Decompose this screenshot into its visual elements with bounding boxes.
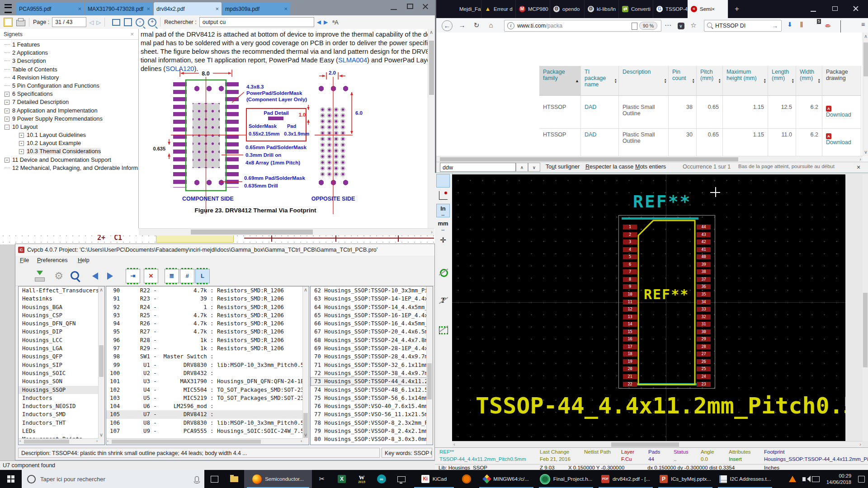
cursor-shape-icon[interactable]: ✛ xyxy=(436,234,450,247)
volume-icon[interactable] xyxy=(802,477,806,481)
taskbar-button-atom[interactable]: Final_Project.h... xyxy=(536,470,596,488)
configure-icon[interactable]: ⚙ xyxy=(52,269,66,283)
page-info-icon[interactable]: i xyxy=(507,22,514,29)
component-item[interactable]: 92 R24 - 1 : Resistors_SMD:R_1206 xyxy=(106,303,309,311)
library-icon[interactable]: ⫼ xyxy=(797,21,806,28)
taskbar-button-orange[interactable] xyxy=(457,470,476,488)
find-next-button[interactable]: ∨ xyxy=(528,163,540,172)
footprint-item[interactable]: 74 Housings_SSOP:TSSOP-48_6.1x12.5mm xyxy=(311,386,433,394)
close-icon[interactable]: × xyxy=(857,164,860,171)
column-header[interactable]: Width (mm)▲▼ xyxy=(796,66,822,96)
taskbar-button-snip[interactable]: ✂ xyxy=(312,470,332,488)
package-name-link[interactable]: DAD xyxy=(585,104,596,110)
library-item[interactable]: Inductors_NEOSID xyxy=(19,402,104,410)
bookmark-item[interactable]: 3 Description xyxy=(0,57,138,65)
download-link[interactable]: Download xyxy=(826,139,851,145)
browser-tab[interactable]: ⇄Converti xyxy=(619,0,653,18)
match-case-icon[interactable]: ªA xyxy=(332,19,338,26)
delete-associations-icon[interactable]: ✕ xyxy=(144,269,158,283)
scrollbar-thumb[interactable] xyxy=(429,41,434,95)
browser-tab[interactable]: tiSemi × xyxy=(688,0,728,18)
print-icon[interactable] xyxy=(16,20,25,26)
expand-icon[interactable]: + xyxy=(5,158,9,163)
browser-tab[interactable]: ʘkl-libs/In xyxy=(585,0,619,18)
zoom-out-icon[interactable]: - xyxy=(136,18,144,27)
open-file-icon[interactable] xyxy=(4,18,13,27)
library-item[interactable]: Hall-Effect_Transducers_I xyxy=(19,286,104,295)
vlc-tray-icon[interactable] xyxy=(789,476,796,482)
column-header[interactable]: Description▲▼ xyxy=(619,66,669,96)
library-item[interactable]: Housings_BGA xyxy=(19,303,104,311)
page-actions-icon[interactable]: ⋯ xyxy=(663,20,673,30)
close-icon[interactable]: × xyxy=(130,31,134,38)
taskbar-button-arduino[interactable]: ∞ xyxy=(372,470,392,488)
edge-sketch-icon[interactable] xyxy=(436,322,450,336)
bookmark-star-icon[interactable]: ☆ xyxy=(689,20,698,30)
units-inches-button[interactable]: In xyxy=(436,204,450,217)
pdf-tab[interactable]: MAX31790-473028.pdf× xyxy=(85,2,153,15)
taskbar-button-w2015[interactable]: W2015 xyxy=(352,470,372,488)
component-item[interactable]: 104 U6 - LM2596_mod : xyxy=(106,402,309,410)
pdf-vertical-scrollbar[interactable]: ∧ xyxy=(428,29,435,228)
tab-close-icon[interactable]: × xyxy=(215,5,219,12)
footprint-item[interactable]: 68 Housings_SSOP:TSSOP-24_4.4x7.8mm_ xyxy=(311,336,433,344)
grid-toggle-icon[interactable] xyxy=(436,174,450,188)
browser-tab[interactable]: GTSSOP-4 xyxy=(653,0,688,18)
component-item[interactable]: 96 R28 - 1k : Resistors_SMD:R_1206 xyxy=(106,336,309,344)
bookmark-item[interactable]: 2 Applications xyxy=(0,49,138,57)
footprint-item[interactable]: 65 Housings_SSOP:TSSOP-16-1EP_4.4x5m xyxy=(311,311,433,319)
notification-center-icon[interactable] xyxy=(858,476,865,483)
component-item[interactable]: 105 U7 - DRV8412 : xyxy=(106,410,309,418)
column-header[interactable]: Maximum height (mm)▲▼ xyxy=(723,66,768,96)
pad-sketch-icon[interactable] xyxy=(436,265,450,279)
search-bar[interactable]: HTSSOP DI → xyxy=(704,20,782,32)
scrollbar-thumb[interactable] xyxy=(440,157,738,161)
zoom-level-badge[interactable]: 90 % xyxy=(639,22,657,30)
tab-close-icon[interactable]: × xyxy=(284,5,288,12)
bookmark-item[interactable]: +10.3 Thermal Considerations xyxy=(0,147,138,155)
taskbar-button-taskview[interactable] xyxy=(204,470,224,488)
clock[interactable]: 00:29 14/06/2018 xyxy=(826,473,851,485)
column-header[interactable]: Package family▲ xyxy=(539,66,581,96)
library-item[interactable]: Housings_DFN_QFN xyxy=(19,319,104,328)
bookmark-item[interactable]: +10.2 Layout Example xyxy=(0,139,138,147)
zoom-in-icon[interactable]: + xyxy=(148,18,156,27)
tab-close-icon[interactable]: × xyxy=(78,5,81,12)
taskbar-button-excel[interactable]: X xyxy=(332,470,352,488)
browser-tab[interactable]: MMCP980 xyxy=(516,0,550,18)
start-button[interactable] xyxy=(0,470,22,488)
pocket-icon[interactable]: ∨ xyxy=(676,20,686,30)
component-item[interactable]: 99 U1 - DRV8830 : lib:MSOP-10_3x3mm_Pitc… xyxy=(106,361,309,369)
library-item[interactable]: Inductors_THT xyxy=(19,419,104,427)
page-horizontal-scrollbar[interactable]: › xyxy=(436,156,863,162)
doc-link[interactable]: SLMA004 xyxy=(338,56,367,64)
library-item[interactable]: Housings_LCC xyxy=(19,336,104,344)
expand-icon[interactable]: + xyxy=(5,100,9,105)
scrollbar-thumb[interactable] xyxy=(611,442,679,447)
units-mm-button[interactable]: mm xyxy=(436,219,450,232)
pdf-tab[interactable]: PCA9555.pdf× xyxy=(16,2,84,15)
footprint-item[interactable]: 64 Housings_SSOP:TSSOP-14_4.4x5mm_Pi xyxy=(311,303,433,311)
footprint-item[interactable]: 77 Housings_SSOP:VSO-56_11.1x21.5mm_ xyxy=(311,410,433,418)
view-footprint-icon[interactable] xyxy=(68,269,82,283)
pdf-search-input[interactable]: output cu xyxy=(199,17,314,27)
menu-item[interactable]: File xyxy=(20,257,29,263)
find-next-icon[interactable]: ▶ xyxy=(324,19,328,25)
taskbar-button-devices[interactable] xyxy=(392,470,411,488)
scrollbar-thumb[interactable] xyxy=(863,293,868,367)
library-item[interactable]: Housings_DIP xyxy=(19,328,104,336)
close-button[interactable] xyxy=(422,4,429,9)
download-icon[interactable]: ⬇ xyxy=(785,21,794,28)
minimize-button[interactable] xyxy=(811,6,816,12)
find-prev-icon[interactable]: ◀ xyxy=(317,19,321,25)
kicad-canvas[interactable]: REF** REF** 1234567891011121314151617181… xyxy=(452,174,845,441)
taskbar-button-ppt[interactable]: PICs_byMej.pptx... xyxy=(656,470,715,488)
library-item[interactable]: Housings_QFP xyxy=(19,352,104,361)
taskbar-button-mingw[interactable]: MINGW64:/c/... xyxy=(476,470,536,488)
bookmark-item[interactable]: 4 Revision History xyxy=(0,74,138,82)
bookmark-item[interactable]: 12 Mechanical, Packaging, and Orderable … xyxy=(0,164,138,172)
taskbar-button-explorer[interactable] xyxy=(224,470,244,488)
tab-close-icon[interactable]: × xyxy=(712,6,715,12)
component-item[interactable]: 102 U4 - MIC5504 : TO_SOT_Packages_SMD:S… xyxy=(106,386,309,394)
canvas-horizontal-scrollbar[interactable]: ‹ › xyxy=(452,441,863,448)
